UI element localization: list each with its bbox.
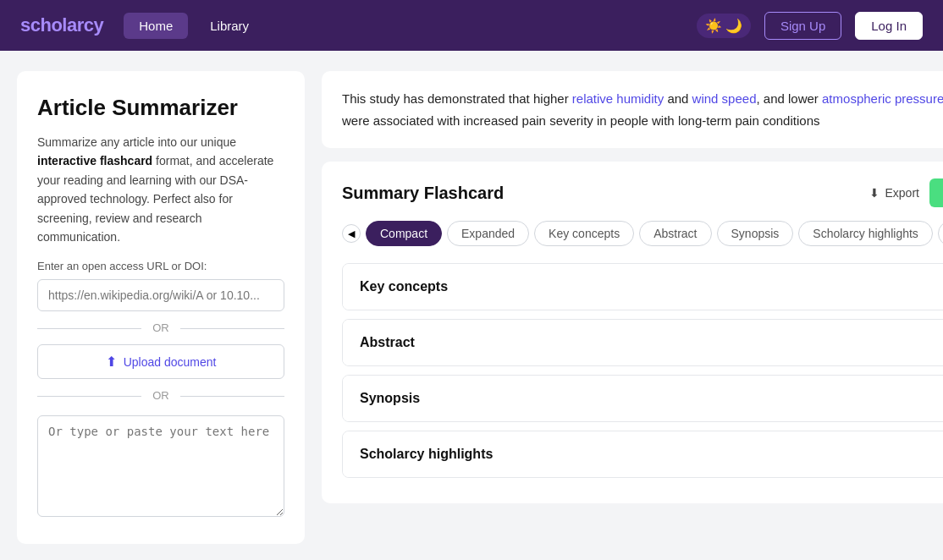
quote-text: This study has demonstrated that higher … [342,88,943,131]
accordion-key-concepts-header[interactable]: Key concepts ⌄ [343,264,943,310]
url-input[interactable] [37,279,284,311]
description-intro: Summarize any article into our unique [37,135,236,149]
upload-document-button[interactable]: ⬆ Upload document [37,344,284,379]
tab-compact[interactable]: Compact [366,221,442,246]
tab-scholarcy-more[interactable]: Scholarcy... [938,221,943,246]
export-icon: ⬇ [869,186,880,200]
tabs-row: ◀ Compact Expanded Key concepts Abstract… [342,221,943,250]
quote-text-before: This study has demonstrated that higher [342,91,572,106]
or-divider-1: OR [37,321,284,334]
page-title: Article Summarizer [37,95,284,121]
tab-scroll-left[interactable]: ◀ [342,224,361,243]
library-link[interactable]: Library [201,13,257,39]
accordion-key-concepts: Key concepts ⌄ [342,263,943,310]
save-library-button[interactable]: Save To Library [929,178,943,207]
quote-link-humidity[interactable]: relative humidity [572,91,664,106]
export-label: Export [885,186,918,200]
accordion-scholarcy-highlights-header[interactable]: Scholarcy highlights ⌄ [343,431,943,477]
signup-button[interactable]: Sign Up [764,12,841,40]
description-bold: interactive flashcard [37,154,152,167]
theme-toggle-button[interactable]: ☀️ 🌙 [697,14,751,38]
tab-key-concepts[interactable]: Key concepts [534,221,634,246]
or-divider-2: OR [37,389,284,402]
flashcard-section: Summary Flashcard ⬇ Export Save To Libra… [322,162,943,503]
logo: scholarcy [20,14,103,36]
flashcard-actions: ⬇ Export Save To Library [869,178,943,207]
tab-abstract[interactable]: Abstract [639,221,711,246]
tab-scholarcy-highlights[interactable]: Scholarcy highlights [798,221,933,246]
text-input[interactable] [37,415,284,517]
navbar: scholarcy Home Library ☀️ 🌙 Sign Up Log … [0,0,943,51]
accordion-scholarcy-highlights-title: Scholarcy highlights [360,447,493,462]
home-button[interactable]: Home [124,13,188,39]
description: Summarize any article into our unique in… [37,133,284,246]
accordion-key-concepts-title: Key concepts [360,279,448,294]
left-panel: Article Summarizer Summarize any article… [17,71,305,544]
quote-text-mid1: and [664,91,692,106]
tab-synopsis[interactable]: Synopsis [717,221,794,246]
accordion-abstract: Abstract ⌄ [342,319,943,366]
page-content: Article Summarizer Summarize any article… [0,51,943,560]
tab-expanded[interactable]: Expanded [447,221,529,246]
accordion-synopsis-title: Synopsis [360,391,420,406]
upload-label: Upload document [124,355,217,369]
quote-link-pressure[interactable]: atmospheric pressure [822,91,943,106]
flashcard-header: Summary Flashcard ⬇ Export Save To Libra… [342,178,943,207]
upload-icon: ⬆ [106,354,117,370]
accordion-abstract-title: Abstract [360,335,415,350]
quote-text-mid2: , and lower [756,91,822,106]
logo-text: scholarcy [20,14,103,36]
flashcard-title: Summary Flashcard [342,184,504,203]
url-input-label: Enter an open access URL or DOI: [37,260,284,272]
accordion-synopsis-header[interactable]: Synopsis ⌄ [343,376,943,421]
login-button[interactable]: Log In [855,12,923,40]
accordion-scholarcy-highlights: Scholarcy highlights ⌄ [342,431,943,478]
export-button[interactable]: ⬇ Export [869,186,918,200]
accordion-abstract-header[interactable]: Abstract ⌄ [343,320,943,365]
sun-icon: ☀️ [705,18,722,34]
quote-card: This study has demonstrated that higher … [322,71,943,148]
accordion-synopsis: Synopsis ⌄ [342,375,943,422]
moon-icon: 🌙 [725,18,742,34]
right-panel: This study has demonstrated that higher … [322,71,943,544]
quote-link-wind[interactable]: wind speed [692,91,757,106]
